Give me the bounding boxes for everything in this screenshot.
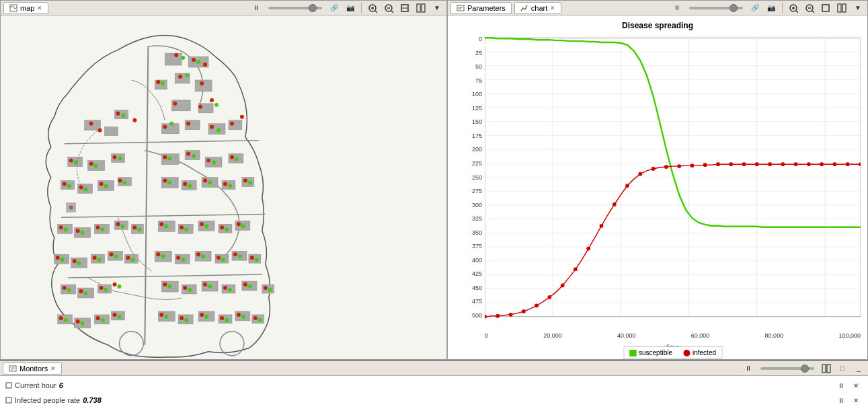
svg-point-216: [228, 288, 232, 292]
chart-sep1: [782, 3, 783, 13]
monitor-hour-expand-btn[interactable]: ⏸: [834, 379, 848, 391]
camera-btn[interactable]: 📷: [344, 2, 357, 14]
svg-point-206: [221, 258, 225, 262]
svg-point-294: [755, 162, 759, 166]
svg-point-195: [204, 224, 208, 228]
svg-point-301: [846, 162, 850, 166]
svg-point-215: [208, 284, 212, 289]
svg-point-107: [69, 159, 73, 163]
svg-point-222: [117, 315, 121, 319]
map-tab[interactable]: map ✕: [3, 2, 48, 14]
chart-pause-btn[interactable]: ⏸: [670, 2, 684, 14]
map-icon: [9, 4, 17, 12]
chart-tab[interactable]: chart ✕: [514, 2, 561, 14]
svg-point-174: [118, 157, 122, 161]
params-tab[interactable]: Parameters: [450, 2, 512, 14]
svg-point-159: [180, 316, 184, 320]
svg-point-192: [137, 227, 141, 231]
svg-point-98: [116, 112, 120, 116]
monitor-hour-close-btn[interactable]: ✕: [849, 379, 863, 391]
link-btn[interactable]: 🔗: [327, 2, 341, 14]
chart-zoom-slider[interactable]: [689, 7, 743, 9]
chart-camera-btn[interactable]: 📷: [764, 2, 778, 14]
x-label-80000: 80,000: [765, 332, 784, 339]
svg-point-175: [167, 157, 171, 161]
svg-point-224: [184, 318, 188, 322]
svg-point-221: [101, 318, 105, 322]
sep1: [361, 3, 362, 13]
svg-point-302: [859, 162, 861, 166]
chart-layout-icon: [837, 3, 846, 13]
chart-inner: 500 475 450 425 400 375 350 325 300 275 …: [485, 36, 861, 319]
chart-tab-close[interactable]: ✕: [550, 5, 555, 11]
monitors-pause-btn[interactable]: ⏸: [742, 363, 755, 375]
svg-rect-308: [6, 383, 11, 388]
svg-point-293: [742, 162, 746, 166]
chart-fit-btn[interactable]: [819, 2, 832, 14]
monitors-layout1-icon: [822, 364, 831, 373]
chart-icon: [520, 4, 528, 12]
svg-point-99: [132, 118, 136, 122]
svg-point-298: [807, 162, 811, 166]
svg-point-181: [104, 184, 108, 188]
fit-icon: [400, 3, 409, 13]
y-label-75: 75: [450, 77, 482, 84]
svg-point-182: [122, 181, 126, 185]
monitors-layout1-btn[interactable]: [820, 363, 833, 375]
svg-rect-306: [822, 365, 826, 373]
zoom-in-btn[interactable]: [366, 2, 379, 14]
svg-point-132: [237, 222, 241, 226]
monitor-hour-label: Current hour: [15, 381, 56, 389]
monitor-rate-label: Infected people rate: [15, 396, 80, 404]
svg-point-200: [97, 258, 102, 262]
fit-btn[interactable]: [398, 2, 411, 14]
chart-zoom-out-btn[interactable]: [803, 2, 816, 14]
map-area[interactable]: [1, 15, 446, 359]
svg-point-283: [613, 202, 617, 206]
monitors-max-btn[interactable]: □: [836, 363, 849, 375]
chart-zoom-in-btn[interactable]: [787, 2, 800, 14]
svg-point-93: [200, 81, 204, 85]
svg-point-108: [89, 162, 93, 166]
svg-point-127: [132, 225, 136, 229]
svg-point-300: [833, 162, 837, 166]
svg-point-149: [183, 286, 187, 290]
svg-point-274: [496, 314, 500, 318]
monitor-rate-value: 0.738: [83, 396, 102, 404]
monitor-row-hour: Current hour 6 ⏸ ✕: [5, 379, 863, 392]
svg-point-196: [225, 227, 229, 231]
svg-point-180: [84, 188, 88, 192]
map-tab-close[interactable]: ✕: [37, 5, 42, 11]
svg-rect-25: [85, 120, 101, 130]
pause-btn[interactable]: ⏸: [249, 2, 263, 14]
svg-point-122: [243, 179, 247, 183]
zoom-out-icon: [384, 3, 393, 13]
chart-settings-btn[interactable]: ▼: [851, 2, 865, 14]
monitors-tab-bar: Monitors ✕ ⏸ □ _: [0, 361, 868, 376]
svg-rect-10: [417, 4, 420, 12]
svg-point-103: [230, 122, 234, 126]
settings-btn[interactable]: ▼: [430, 2, 444, 14]
monitors-slider[interactable]: [760, 367, 814, 370]
svg-point-162: [237, 313, 241, 317]
monitors-tab[interactable]: Monitors ✕: [3, 363, 62, 375]
svg-point-105: [89, 122, 93, 126]
monitors-tab-close[interactable]: ✕: [50, 365, 56, 372]
zoom-out-btn[interactable]: [382, 2, 395, 14]
monitor-rate-expand-btn[interactable]: ⏸: [834, 394, 848, 406]
svg-point-186: [228, 184, 232, 188]
svg-point-197: [241, 224, 245, 228]
svg-point-284: [625, 184, 629, 188]
chart-layout-btn[interactable]: [835, 2, 849, 14]
zoom-slider[interactable]: [268, 7, 322, 9]
svg-point-165: [196, 60, 200, 64]
monitors-min-btn[interactable]: _: [852, 363, 865, 375]
monitor-rate-close-btn[interactable]: ✕: [849, 394, 863, 406]
chart-link-btn[interactable]: 🔗: [748, 2, 762, 14]
svg-point-193: [164, 224, 168, 228]
svg-point-184: [188, 184, 192, 188]
svg-point-169: [121, 114, 125, 118]
svg-point-281: [586, 247, 590, 251]
svg-point-179: [67, 184, 71, 188]
layout-btn[interactable]: [414, 2, 428, 14]
